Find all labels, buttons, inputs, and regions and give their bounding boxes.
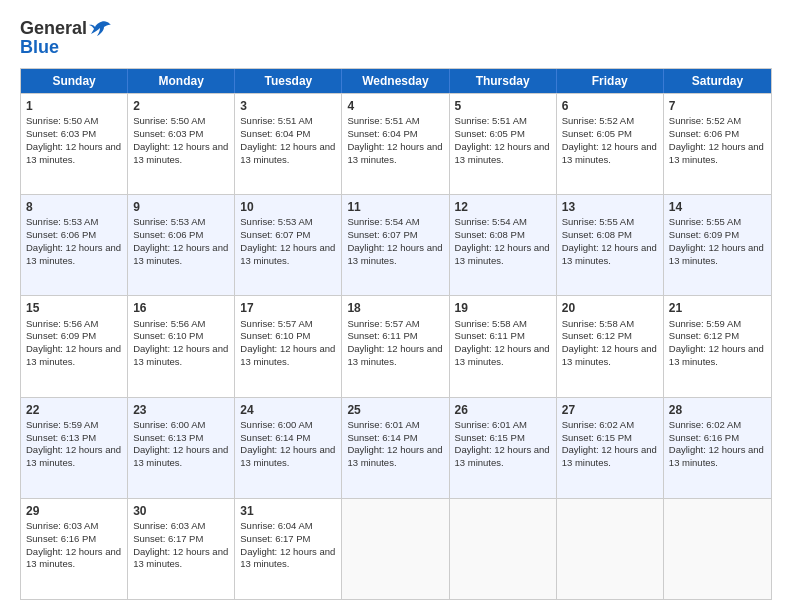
sunset-text: Sunset: 6:11 PM [347, 330, 417, 341]
sunrise-text: Sunrise: 5:52 AM [562, 115, 634, 126]
sunset-text: Sunset: 6:07 PM [240, 229, 310, 240]
sunrise-text: Sunrise: 6:03 AM [133, 520, 205, 531]
day-cell-7: 7Sunrise: 5:52 AMSunset: 6:06 PMDaylight… [664, 94, 771, 194]
day-number: 3 [240, 98, 336, 114]
day-cell-20: 20Sunrise: 5:58 AMSunset: 6:12 PMDayligh… [557, 296, 664, 396]
sunset-text: Sunset: 6:09 PM [26, 330, 96, 341]
sunrise-text: Sunrise: 6:00 AM [240, 419, 312, 430]
day-cell-19: 19Sunrise: 5:58 AMSunset: 6:11 PMDayligh… [450, 296, 557, 396]
daylight-text: Daylight: 12 hours and 13 minutes. [562, 444, 657, 468]
daylight-text: Daylight: 12 hours and 13 minutes. [240, 242, 335, 266]
day-number: 28 [669, 402, 766, 418]
day-cell-13: 13Sunrise: 5:55 AMSunset: 6:08 PMDayligh… [557, 195, 664, 295]
day-number: 9 [133, 199, 229, 215]
header-day-monday: Monday [128, 69, 235, 93]
day-number: 27 [562, 402, 658, 418]
day-cell-9: 9Sunrise: 5:53 AMSunset: 6:06 PMDaylight… [128, 195, 235, 295]
day-number: 8 [26, 199, 122, 215]
day-number: 16 [133, 300, 229, 316]
day-number: 29 [26, 503, 122, 519]
sunrise-text: Sunrise: 5:57 AM [240, 318, 312, 329]
daylight-text: Daylight: 12 hours and 13 minutes. [133, 242, 228, 266]
sunrise-text: Sunrise: 6:04 AM [240, 520, 312, 531]
day-number: 30 [133, 503, 229, 519]
sunset-text: Sunset: 6:07 PM [347, 229, 417, 240]
sunrise-text: Sunrise: 5:53 AM [133, 216, 205, 227]
sunset-text: Sunset: 6:11 PM [455, 330, 525, 341]
day-number: 21 [669, 300, 766, 316]
header-day-thursday: Thursday [450, 69, 557, 93]
calendar-body: 1Sunrise: 5:50 AMSunset: 6:03 PMDaylight… [21, 93, 771, 599]
sunrise-text: Sunrise: 5:50 AM [26, 115, 98, 126]
sunrise-text: Sunrise: 5:55 AM [669, 216, 741, 227]
day-number: 25 [347, 402, 443, 418]
calendar-week-4: 22Sunrise: 5:59 AMSunset: 6:13 PMDayligh… [21, 397, 771, 498]
daylight-text: Daylight: 12 hours and 13 minutes. [347, 444, 442, 468]
day-cell-28: 28Sunrise: 6:02 AMSunset: 6:16 PMDayligh… [664, 398, 771, 498]
sunrise-text: Sunrise: 5:52 AM [669, 115, 741, 126]
sunrise-text: Sunrise: 5:53 AM [240, 216, 312, 227]
day-cell-14: 14Sunrise: 5:55 AMSunset: 6:09 PMDayligh… [664, 195, 771, 295]
header-day-sunday: Sunday [21, 69, 128, 93]
daylight-text: Daylight: 12 hours and 13 minutes. [240, 444, 335, 468]
sunset-text: Sunset: 6:06 PM [669, 128, 739, 139]
sunrise-text: Sunrise: 5:50 AM [133, 115, 205, 126]
daylight-text: Daylight: 12 hours and 13 minutes. [133, 141, 228, 165]
sunrise-text: Sunrise: 5:59 AM [26, 419, 98, 430]
calendar-week-2: 8Sunrise: 5:53 AMSunset: 6:06 PMDaylight… [21, 194, 771, 295]
page-header: General Blue [20, 18, 772, 58]
daylight-text: Daylight: 12 hours and 13 minutes. [133, 546, 228, 570]
sunrise-text: Sunrise: 5:54 AM [347, 216, 419, 227]
sunrise-text: Sunrise: 5:57 AM [347, 318, 419, 329]
day-number: 22 [26, 402, 122, 418]
daylight-text: Daylight: 12 hours and 13 minutes. [562, 242, 657, 266]
day-cell-2: 2Sunrise: 5:50 AMSunset: 6:03 PMDaylight… [128, 94, 235, 194]
sunset-text: Sunset: 6:09 PM [669, 229, 739, 240]
day-cell-30: 30Sunrise: 6:03 AMSunset: 6:17 PMDayligh… [128, 499, 235, 599]
day-number: 1 [26, 98, 122, 114]
daylight-text: Daylight: 12 hours and 13 minutes. [240, 546, 335, 570]
day-cell-6: 6Sunrise: 5:52 AMSunset: 6:05 PMDaylight… [557, 94, 664, 194]
daylight-text: Daylight: 12 hours and 13 minutes. [562, 141, 657, 165]
sunrise-text: Sunrise: 6:00 AM [133, 419, 205, 430]
sunrise-text: Sunrise: 5:59 AM [669, 318, 741, 329]
daylight-text: Daylight: 12 hours and 13 minutes. [26, 444, 121, 468]
day-cell-5: 5Sunrise: 5:51 AMSunset: 6:05 PMDaylight… [450, 94, 557, 194]
day-cell-15: 15Sunrise: 5:56 AMSunset: 6:09 PMDayligh… [21, 296, 128, 396]
day-number: 26 [455, 402, 551, 418]
sunset-text: Sunset: 6:10 PM [133, 330, 203, 341]
sunset-text: Sunset: 6:15 PM [562, 432, 632, 443]
day-number: 13 [562, 199, 658, 215]
daylight-text: Daylight: 12 hours and 13 minutes. [669, 444, 764, 468]
sunset-text: Sunset: 6:03 PM [133, 128, 203, 139]
daylight-text: Daylight: 12 hours and 13 minutes. [669, 242, 764, 266]
sunset-text: Sunset: 6:13 PM [26, 432, 96, 443]
day-number: 10 [240, 199, 336, 215]
sunset-text: Sunset: 6:14 PM [240, 432, 310, 443]
daylight-text: Daylight: 12 hours and 13 minutes. [347, 141, 442, 165]
day-number: 23 [133, 402, 229, 418]
day-cell-11: 11Sunrise: 5:54 AMSunset: 6:07 PMDayligh… [342, 195, 449, 295]
day-cell-21: 21Sunrise: 5:59 AMSunset: 6:12 PMDayligh… [664, 296, 771, 396]
day-cell-18: 18Sunrise: 5:57 AMSunset: 6:11 PMDayligh… [342, 296, 449, 396]
sunset-text: Sunset: 6:15 PM [455, 432, 525, 443]
sunset-text: Sunset: 6:04 PM [347, 128, 417, 139]
daylight-text: Daylight: 12 hours and 13 minutes. [26, 546, 121, 570]
logo: General Blue [20, 18, 111, 58]
day-cell-3: 3Sunrise: 5:51 AMSunset: 6:04 PMDaylight… [235, 94, 342, 194]
sunrise-text: Sunrise: 6:02 AM [669, 419, 741, 430]
sunset-text: Sunset: 6:06 PM [133, 229, 203, 240]
logo-blue-text: Blue [20, 37, 59, 58]
calendar-week-1: 1Sunrise: 5:50 AMSunset: 6:03 PMDaylight… [21, 93, 771, 194]
daylight-text: Daylight: 12 hours and 13 minutes. [455, 343, 550, 367]
sunset-text: Sunset: 6:08 PM [455, 229, 525, 240]
day-cell-4: 4Sunrise: 5:51 AMSunset: 6:04 PMDaylight… [342, 94, 449, 194]
day-cell-16: 16Sunrise: 5:56 AMSunset: 6:10 PMDayligh… [128, 296, 235, 396]
day-cell-26: 26Sunrise: 6:01 AMSunset: 6:15 PMDayligh… [450, 398, 557, 498]
sunrise-text: Sunrise: 5:56 AM [133, 318, 205, 329]
sunset-text: Sunset: 6:17 PM [240, 533, 310, 544]
sunrise-text: Sunrise: 6:03 AM [26, 520, 98, 531]
sunset-text: Sunset: 6:17 PM [133, 533, 203, 544]
empty-cell [342, 499, 449, 599]
day-number: 6 [562, 98, 658, 114]
